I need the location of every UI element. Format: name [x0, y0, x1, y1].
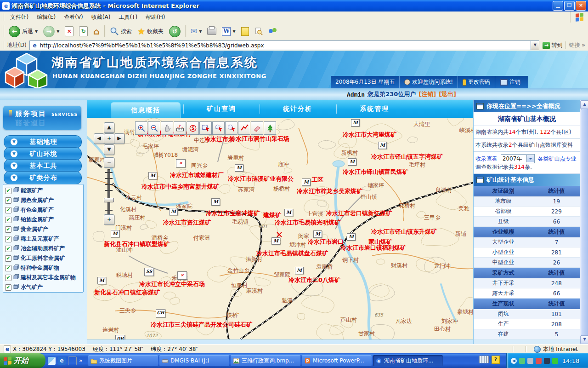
rebar-handle[interactable]: [2, 25, 4, 38]
menu-item-3[interactable]: 收藏(A): [87, 12, 115, 22]
zoom-slider-handle[interactable]: [104, 198, 114, 202]
mine-point-marker[interactable]: M: [97, 277, 106, 284]
pan-right-button[interactable]: ▶: [114, 133, 124, 144]
taskbar-task-1[interactable]: DMGIS-BAI (J:): [159, 355, 229, 366]
tray-icon-green[interactable]: [519, 358, 525, 364]
pan-tool-button[interactable]: [161, 121, 173, 135]
db-box-marker[interactable]: DB: [115, 335, 125, 339]
tray-icon-security[interactable]: [536, 358, 542, 364]
menu-item-5[interactable]: 帮助(H): [141, 12, 169, 22]
show-desktop-icon[interactable]: [48, 357, 56, 365]
keyboard-icon[interactable]: [479, 356, 489, 363]
help-icon[interactable]: ?: [492, 356, 500, 364]
menu-item-0[interactable]: 文件(F): [6, 12, 33, 22]
mine-point-marker[interactable]: M: [348, 158, 356, 166]
tray-collapse-icon[interactable]: ◀: [511, 358, 517, 364]
legend-tree-tool-button[interactable]: [264, 121, 276, 135]
mine-point-marker[interactable]: M: [295, 267, 304, 274]
layer-checkbox[interactable]: ✔: [5, 255, 11, 262]
change-password-link[interactable]: 更改密码: [458, 76, 495, 88]
tab-系统管理[interactable]: 系统管理: [340, 100, 409, 118]
refresh-button[interactable]: ↻: [76, 25, 90, 38]
mine-point-marker[interactable]: M: [111, 230, 119, 237]
mine-point-marker[interactable]: M: [148, 172, 157, 179]
layer-checkbox[interactable]: ✔: [5, 217, 11, 223]
draw-redline-tool-button[interactable]: [238, 121, 250, 135]
menu-item-1[interactable]: 编辑(E): [33, 12, 60, 22]
taskbar-task-3[interactable]: PMicrosoft PowerP...: [302, 355, 372, 366]
ie-quicklaunch-icon[interactable]: e: [58, 357, 66, 365]
mine-point-marker[interactable]: M: [351, 119, 360, 126]
taskbar-task-2[interactable]: 三维行政查询.bmp...: [231, 355, 300, 366]
measure-tool-button[interactable]: ?: [174, 121, 186, 135]
pan-up-button[interactable]: ▲: [104, 122, 114, 133]
scrollbar-thumb[interactable]: [581, 109, 588, 336]
admin-exit-link[interactable]: [退出]: [439, 90, 456, 98]
forward-button[interactable]: →▼: [40, 24, 62, 39]
tray-icon-gray[interactable]: [527, 358, 533, 364]
sidebar-button-1[interactable]: ▼矿山环境: [4, 147, 82, 161]
layer-checkbox[interactable]: ✔: [5, 226, 11, 233]
mine-point-marker[interactable]: M: [211, 198, 220, 206]
layer-checkbox[interactable]: ✔: [5, 236, 11, 242]
mine-point-marker[interactable]: M: [302, 178, 311, 186]
taskbar-task-0[interactable]: 系统截图图片: [88, 355, 158, 366]
mail-button[interactable]: ✉▼: [188, 25, 204, 37]
zoom-in-tool-button[interactable]: [135, 121, 147, 135]
layer-checkbox[interactable]: ✔: [5, 284, 11, 291]
menu-item-2[interactable]: 查看(V): [60, 12, 87, 22]
gh-box-marker[interactable]: GH: [156, 309, 165, 317]
menu-item-4[interactable]: 工具(T): [114, 12, 141, 22]
scroll-down-button[interactable]: ▼: [580, 335, 588, 344]
layer-checkbox[interactable]: ✔: [5, 265, 11, 271]
home-button[interactable]: ⌂: [90, 25, 102, 38]
layer-checkbox[interactable]: ✔: [5, 246, 11, 252]
rebar-handle[interactable]: [2, 13, 4, 21]
mine-point-marker[interactable]: M: [347, 233, 356, 241]
address-input[interactable]: e http://localhost/%e7%9f%bf%e5%b1%b1%e5…: [29, 40, 531, 50]
favorites-button[interactable]: ★ 收藏夹: [135, 25, 166, 38]
messenger-button[interactable]: [266, 26, 280, 37]
close-button[interactable]: ×: [576, 1, 586, 11]
links-label[interactable]: 链接 »: [565, 41, 588, 49]
pan-center-button[interactable]: +: [104, 133, 114, 144]
eraser-tool-button[interactable]: [251, 121, 263, 135]
layer-checkbox[interactable]: ✔: [5, 207, 11, 213]
ss-box-marker[interactable]: SS: [144, 268, 154, 276]
tab-统计分析[interactable]: 统计分析: [263, 100, 332, 118]
sidebar-button-0[interactable]: ▼基础地理: [4, 135, 82, 149]
logout-link[interactable]: 注销: [495, 76, 525, 88]
back-button[interactable]: ← 后退▼: [6, 24, 40, 39]
pan-down-button[interactable]: ▼: [104, 144, 114, 155]
sidebar-button-2[interactable]: ▼基本工具: [4, 159, 82, 172]
mine-point-marker[interactable]: M: [271, 237, 280, 245]
pan-left-button[interactable]: ◀: [94, 133, 104, 144]
minimize-button[interactable]: ▁: [553, 1, 563, 11]
tray-icon-media[interactable]: [552, 358, 558, 364]
zoom-in-slider-button[interactable]: +: [104, 214, 114, 225]
sidebar-button-3[interactable]: ▼矿类分布: [4, 171, 82, 184]
mine-point-marker[interactable]: M: [313, 230, 322, 238]
research-button[interactable]: [252, 26, 266, 37]
zoom-slider-track[interactable]: [107, 169, 110, 216]
admin-logout-link[interactable]: [注销]: [418, 90, 436, 98]
maximize-button[interactable]: ❐: [564, 1, 575, 11]
edit-word-button[interactable]: W▼: [219, 26, 238, 37]
rebar-handle[interactable]: [2, 41, 4, 49]
notes-button[interactable]: [238, 26, 252, 37]
start-button[interactable]: 开始: [0, 353, 45, 368]
mine-point-marker[interactable]: M: [169, 208, 178, 215]
select-polygon-tool-button[interactable]: [212, 121, 225, 135]
address-dropdown-button[interactable]: ▼: [531, 40, 539, 50]
mine-point-marker[interactable]: M: [235, 164, 243, 172]
tab-信息概括[interactable]: 信息概括: [111, 102, 181, 118]
tray-icon-monitor[interactable]: [544, 358, 550, 364]
layer-checkbox[interactable]: ✔: [5, 275, 11, 281]
full-extent-tool-button[interactable]: S: [187, 121, 199, 135]
taskbar-task-4[interactable]: e湖南省矿山地质环...: [373, 355, 443, 366]
vertical-scrollbar[interactable]: ▲ ▼: [580, 100, 588, 344]
history-button[interactable]: ↺: [166, 24, 183, 39]
x-box-marker[interactable]: ×: [177, 271, 187, 280]
go-button[interactable]: → 转到: [539, 41, 565, 49]
zoom-out-slider-button[interactable]: −: [104, 157, 114, 168]
